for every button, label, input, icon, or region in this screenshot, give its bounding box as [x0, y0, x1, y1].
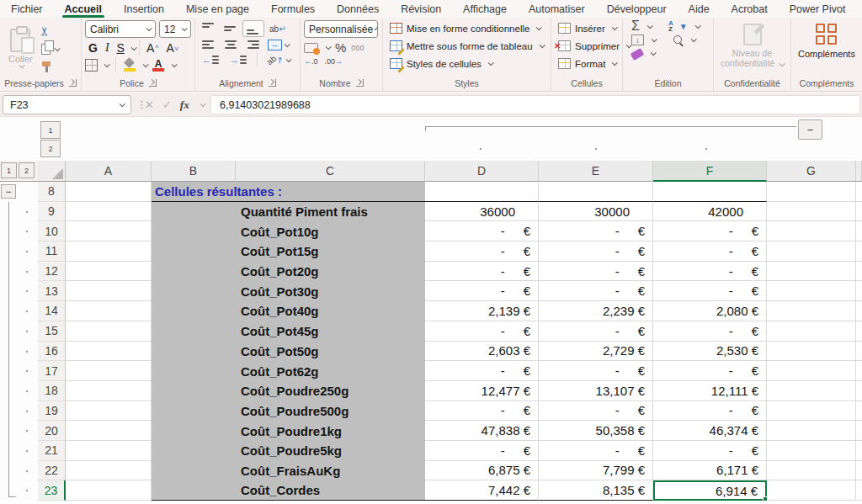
insert-cells-button[interactable]: Insérer: [555, 21, 634, 35]
row-outline-level-1-button[interactable]: 1: [1, 162, 17, 178]
cell-F19[interactable]: -€: [653, 401, 767, 422]
increase-decimal-button[interactable]: ←.0: [304, 57, 318, 66]
row-header-9[interactable]: 9: [38, 202, 66, 222]
cell-C12-label[interactable]: Coût_Pot20g: [152, 262, 425, 282]
cell-G9[interactable]: [767, 202, 856, 222]
cell-F17[interactable]: -€: [653, 361, 767, 381]
cell-C10-label[interactable]: Coût_Pot10g: [152, 221, 425, 241]
underline-chevron-icon[interactable]: [131, 45, 137, 50]
font-dialog-launcher[interactable]: [149, 79, 157, 87]
cell-D13[interactable]: -€: [425, 281, 539, 301]
cell-A13[interactable]: [66, 281, 152, 301]
cell-C22-label[interactable]: Coût_FraisAuKg: [152, 461, 425, 481]
italic-button[interactable]: I: [102, 40, 113, 56]
cell-C19-label[interactable]: Coût_Poudre500g: [152, 401, 425, 422]
cell-C15-label[interactable]: Coût_Pot45g: [152, 321, 425, 342]
align-center-button[interactable]: [221, 37, 241, 52]
cell-E10[interactable]: -€: [539, 221, 653, 241]
cell-G20[interactable]: [767, 421, 856, 441]
cell-E22[interactable]: 7,799 €: [539, 461, 653, 481]
col-outline-level-2-button[interactable]: 2: [40, 140, 61, 157]
currency-format-icon[interactable]: [304, 43, 318, 53]
cell-E8[interactable]: [539, 182, 653, 202]
fill-handle[interactable]: [763, 496, 768, 501]
align-left-button[interactable]: [199, 37, 219, 52]
cell-G21[interactable]: [767, 441, 856, 461]
cell-F14[interactable]: 2,080 €: [653, 301, 767, 321]
formula-input[interactable]: 6,91403021989688: [210, 95, 860, 114]
align-middle-button[interactable]: [221, 21, 241, 36]
cell-F21[interactable]: -€: [653, 441, 767, 461]
font-size-combo[interactable]: 12: [159, 20, 191, 38]
number-dialog-launcher[interactable]: [356, 79, 364, 87]
cell-E18[interactable]: 13,107 €: [539, 381, 653, 401]
cell-A21[interactable]: [66, 441, 152, 461]
decrease-decimal-button[interactable]: .00→: [325, 57, 343, 66]
cell-A12[interactable]: [66, 262, 152, 282]
select-all-corner[interactable]: [38, 161, 66, 182]
cell-G19[interactable]: [767, 401, 856, 422]
cell-D11[interactable]: -€: [425, 241, 539, 262]
fill-color-chevron-icon[interactable]: [143, 61, 149, 67]
delete-cells-button[interactable]: ✕Supprimer: [555, 39, 634, 53]
cell-F16[interactable]: 2,530 €: [653, 342, 767, 362]
cell-D23[interactable]: 7,442 €: [425, 480, 539, 501]
row-header-18[interactable]: 18: [38, 381, 66, 401]
row-header-14[interactable]: 14: [38, 301, 66, 321]
font-name-combo[interactable]: Calibri: [85, 20, 156, 38]
shrink-font-button[interactable]: A: [162, 40, 181, 56]
bold-button[interactable]: G: [85, 40, 101, 56]
thousands-format-button[interactable]: 000: [351, 44, 364, 52]
format-as-table-button[interactable]: Mettre sous forme de tableau: [386, 39, 547, 53]
decrease-indent-button[interactable]: ←: [199, 52, 223, 67]
ribbon-tab-accueil[interactable]: Accueil: [54, 0, 113, 18]
column-header-E[interactable]: E: [539, 161, 653, 182]
cell-D9[interactable]: 36000: [425, 202, 539, 222]
font-color-icon[interactable]: A: [152, 58, 165, 72]
cell-C13-label[interactable]: Coût_Pot30g: [152, 281, 425, 301]
ribbon-tab-formules[interactable]: Formules: [260, 0, 326, 18]
cell-C18-label[interactable]: Coût_Poudre250g: [152, 381, 425, 401]
sort-filter-button[interactable]: AZ: [668, 20, 673, 32]
fill-color-icon[interactable]: [123, 58, 136, 72]
cell-G18[interactable]: [767, 381, 856, 401]
cell-A8[interactable]: [66, 182, 152, 202]
cell-G14[interactable]: [767, 301, 856, 321]
cell-A23[interactable]: [66, 480, 152, 501]
insert-function-icon[interactable]: fx: [180, 98, 189, 112]
row-outline-collapse-button[interactable]: −: [1, 184, 16, 199]
ribbon-tab-mise-en-page[interactable]: Mise en page: [175, 0, 260, 18]
cell-D10[interactable]: -€: [425, 221, 539, 241]
addins-button[interactable]: Compléments: [795, 20, 859, 77]
cell-E9[interactable]: 30000: [539, 202, 653, 222]
number-format-combo[interactable]: Personnalisée: [304, 20, 378, 38]
ribbon-tab-insertion[interactable]: Insertion: [113, 0, 175, 18]
clear-button[interactable]: [631, 48, 645, 61]
ribbon-tab-données[interactable]: Données: [326, 0, 390, 18]
cell-C23-label[interactable]: Coût_Cordes: [152, 480, 425, 501]
cell-E12[interactable]: -€: [539, 262, 653, 282]
cell-G16[interactable]: [767, 342, 856, 362]
ribbon-tab-révision[interactable]: Révision: [390, 0, 452, 18]
borders-chevron-icon[interactable]: [104, 61, 110, 67]
cell-A20[interactable]: [66, 421, 152, 441]
font-color-chevron-icon[interactable]: [172, 61, 178, 67]
cell-G15[interactable]: [767, 321, 856, 342]
underline-button[interactable]: S: [114, 40, 128, 56]
cell-D18[interactable]: 12,477 €: [425, 381, 539, 401]
cell-styles-button[interactable]: Styles de cellules: [386, 56, 547, 71]
cancel-icon[interactable]: ✕: [145, 98, 154, 111]
ribbon-tab-aide[interactable]: Aide: [678, 0, 721, 18]
cell-A15[interactable]: [66, 321, 152, 342]
cell-C14-label[interactable]: Coût_Pot40g: [152, 301, 425, 321]
cell-F8[interactable]: [653, 182, 767, 202]
cell-F12[interactable]: -€: [653, 262, 767, 282]
row-header-23[interactable]: 23: [38, 480, 66, 501]
ribbon-tab-acrobat[interactable]: Acrobat: [721, 0, 779, 18]
cell-G22[interactable]: [767, 461, 856, 481]
row-header-21[interactable]: 21: [38, 441, 66, 461]
cell-C16-label[interactable]: Coût_Pot50g: [152, 342, 425, 362]
wrap-text-button[interactable]: ab↵: [266, 23, 290, 35]
col-outline-collapse-button[interactable]: −: [798, 119, 822, 140]
cell-B8-title[interactable]: Cellules résultantes :: [152, 182, 425, 202]
